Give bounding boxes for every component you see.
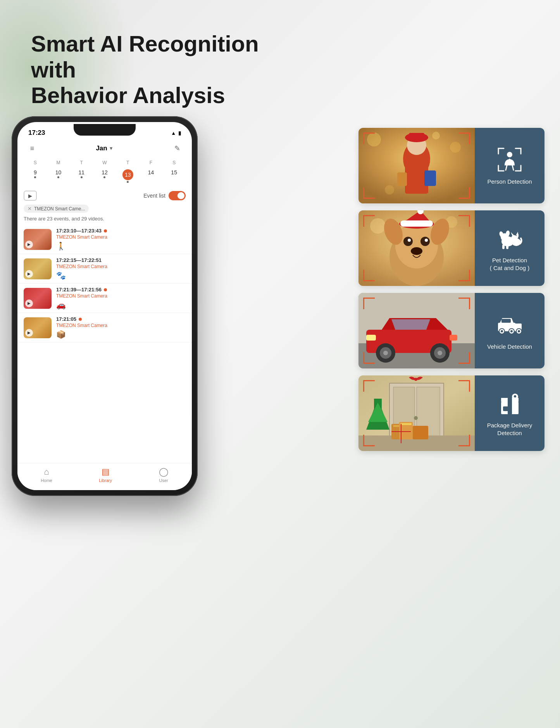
- bracket-tl-vehicle: [363, 298, 375, 309]
- bracket-tr-package: [458, 380, 470, 392]
- svg-point-24: [408, 239, 411, 242]
- vehicle-photo-svg: [358, 293, 475, 368]
- phone-notch: [74, 124, 136, 136]
- filter-icon[interactable]: ≡: [26, 142, 38, 155]
- photo-bg-vehicle: [358, 293, 475, 368]
- event-cam-1: TMEZON Smart Camera: [56, 234, 186, 240]
- photo-bg-pet: [358, 210, 475, 286]
- package-icon-4: 📦: [56, 330, 186, 339]
- detection-row-vehicle: Vehicle Detection: [358, 293, 544, 368]
- svg-point-49: [383, 351, 388, 355]
- cal-day-11[interactable]: 11: [70, 168, 93, 184]
- events-count: There are 23 events, and 29 videos.: [17, 216, 192, 225]
- cal-day-12[interactable]: 12: [93, 168, 116, 184]
- cal-day-14[interactable]: 14: [140, 168, 163, 184]
- calendar-day-headers: S M T W T F S: [24, 160, 186, 165]
- pet-detection-label: Pet Detection( Cat and Dog ): [490, 256, 530, 272]
- detection-row-package: Package DeliveryDetection: [358, 375, 544, 451]
- vehicle-icon-3: 🚗: [56, 300, 186, 310]
- svg-point-64: [518, 330, 520, 332]
- svg-point-22: [403, 237, 413, 246]
- svg-rect-58: [501, 319, 511, 323]
- camera-tag-label: TMEZON Smart Came...: [34, 206, 85, 212]
- event-info-2: 17:22:15—17:22:51 TMEZON Smart Camera 🐾: [56, 257, 186, 280]
- detection-info-vehicle: Vehicle Detection: [475, 293, 544, 368]
- status-time: 17:23: [28, 129, 45, 137]
- svg-point-3: [432, 132, 440, 139]
- bracket-tr-vehicle: [458, 298, 470, 309]
- event-item-1[interactable]: ▶ 17:23:10—17:23:43 TMEZON Smart Camera …: [17, 225, 192, 254]
- event-time-3: 17:21:39—17:21:56: [56, 287, 186, 293]
- cal-day-10[interactable]: 10: [47, 168, 70, 184]
- play-button-2[interactable]: ▶: [25, 270, 33, 278]
- svg-point-69: [414, 416, 418, 420]
- detection-photo-vehicle: [358, 293, 475, 368]
- play-button-3[interactable]: ▶: [25, 299, 33, 307]
- cal-day-15[interactable]: 15: [162, 168, 186, 184]
- detection-cards: Person Detection: [358, 128, 544, 451]
- bracket-tl-person: [363, 133, 375, 144]
- event-info-4: 17:21:05 TMEZON Smart Camera 📦: [56, 316, 186, 339]
- svg-rect-53: [366, 335, 376, 341]
- bracket-br-person: [458, 187, 470, 199]
- event-thumb-3: ▶: [24, 288, 52, 309]
- nav-user[interactable]: ◯ User: [159, 467, 169, 483]
- vehicle-detection-label: Vehicle Detection: [487, 343, 532, 351]
- svg-point-79: [414, 378, 417, 381]
- video-icon-btn[interactable]: ▶: [24, 191, 37, 201]
- svg-rect-9: [409, 133, 424, 140]
- person-detection-icon: [496, 146, 523, 173]
- svg-point-12: [507, 152, 512, 157]
- photo-bg-person: [358, 128, 475, 203]
- phone-frame: 17:23 ▲ ▮ ≡ Jan ▼ ✎ S M T: [12, 116, 198, 496]
- bracket-br-vehicle: [458, 352, 470, 364]
- svg-point-60: [501, 330, 503, 332]
- event-toggle: ▶ Event list: [17, 188, 192, 204]
- event-list: ▶ 17:23:10—17:23:43 TMEZON Smart Camera …: [17, 225, 192, 342]
- battery-icon: ▮: [178, 130, 181, 136]
- edit-icon[interactable]: ✎: [171, 142, 183, 155]
- event-list-toggle[interactable]: [169, 191, 186, 200]
- cal-day-13-today[interactable]: 13: [116, 168, 140, 184]
- bracket-bl-vehicle: [363, 352, 375, 364]
- nav-home[interactable]: ⌂ Home: [41, 467, 52, 483]
- bracket-bl-pet: [363, 270, 375, 281]
- svg-rect-75: [413, 426, 428, 439]
- cal-day-9[interactable]: 9: [24, 168, 47, 184]
- camera-tag[interactable]: ✕ TMEZON Smart Came...: [24, 205, 89, 213]
- pet-photo-svg: [358, 210, 475, 286]
- photo-bg-package: [358, 375, 475, 451]
- month-selector[interactable]: Jan ▼: [96, 145, 113, 152]
- svg-rect-82: [503, 406, 511, 411]
- bracket-tr-person: [458, 133, 470, 144]
- play-button-4[interactable]: ▶: [25, 329, 33, 337]
- user-icon: ◯: [159, 467, 169, 477]
- person-icon-1: 🚶: [56, 241, 186, 251]
- detection-photo-package: [358, 375, 475, 451]
- event-cam-3: TMEZON Smart Camera: [56, 293, 186, 299]
- play-button-1[interactable]: ▶: [25, 241, 33, 248]
- event-item-4[interactable]: ▶ 17:21:05 TMEZON Smart Camera 📦: [17, 313, 192, 342]
- phone-screen: 17:23 ▲ ▮ ≡ Jan ▼ ✎ S M T: [17, 122, 192, 490]
- event-item-3[interactable]: ▶ 17:21:39—17:21:56 TMEZON Smart Camera …: [17, 284, 192, 313]
- nav-library[interactable]: ▤ Library: [99, 467, 112, 483]
- bracket-tr-pet: [458, 215, 470, 227]
- calendar: S M T W T F S 9 10 11 12 13 14 15: [17, 158, 192, 188]
- package-photo-svg: [358, 375, 475, 451]
- svg-rect-32: [400, 220, 433, 227]
- event-time-2: 17:22:15—17:22:51: [56, 257, 186, 263]
- svg-marker-42: [516, 232, 519, 236]
- svg-rect-10: [424, 170, 436, 186]
- detection-photo-pet: [358, 210, 475, 286]
- wifi-icon: ▲: [171, 130, 176, 136]
- event-time-1: 17:23:10—17:23:43: [56, 228, 186, 234]
- month-arrow: ▼: [109, 146, 114, 151]
- event-info-3: 17:21:39—17:21:56 TMEZON Smart Camera 🚗: [56, 287, 186, 310]
- detection-info-pet: Pet Detection( Cat and Dog ): [475, 210, 544, 286]
- svg-rect-11: [397, 172, 407, 186]
- camera-tag-close[interactable]: ✕: [28, 206, 32, 212]
- vehicle-icon-svg: [496, 315, 523, 334]
- svg-marker-41: [511, 232, 514, 236]
- bracket-br-package: [458, 435, 470, 446]
- event-item-2[interactable]: ▶ 17:22:15—17:22:51 TMEZON Smart Camera …: [17, 254, 192, 284]
